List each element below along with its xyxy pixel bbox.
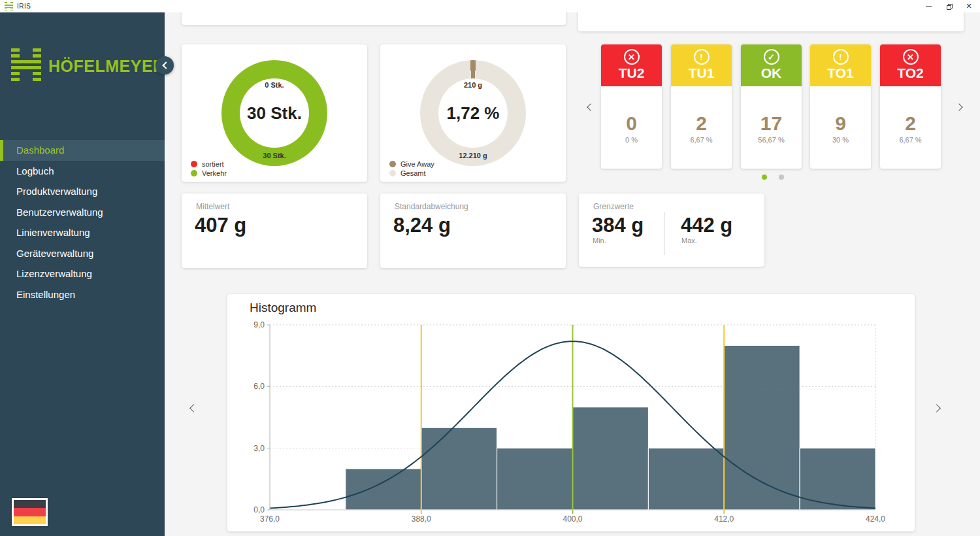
donut-legend: Give AwayGesamt	[389, 159, 434, 178]
hoefelmeyer-logo-icon	[11, 48, 41, 83]
limit-min-value: 384 g	[592, 214, 644, 237]
mean-label: Mittelwert	[196, 202, 229, 211]
sidebar-item-einstellungen[interactable]: Einstellungen	[0, 284, 165, 305]
stddev-card: Standardabweichung 8,24 g	[380, 193, 566, 268]
histogram-card: Histogramm 0,03,06,09,0376,0388,0400,041…	[227, 294, 915, 531]
histogram-title: Histogramm	[250, 301, 316, 315]
status-card-percent: 6,67 %	[671, 136, 732, 144]
status-card-to2: ✕TO226,67 %	[880, 44, 941, 169]
status-carousel-next-button[interactable]	[954, 101, 967, 114]
language-flag-german[interactable]	[12, 498, 48, 526]
carousel-dot-0[interactable]	[762, 175, 767, 180]
legend-label: Give Away	[400, 160, 434, 168]
status-card-value: 2	[880, 112, 941, 135]
limits-label: Grenzwerte	[593, 202, 634, 211]
sidebar-item-linienverwaltung[interactable]: Linienverwaltung	[0, 222, 165, 243]
legend-dot-icon	[389, 161, 396, 167]
histogram-next-button[interactable]	[930, 401, 945, 415]
legend-dot-icon	[389, 170, 396, 176]
stddev-label: Standardabweichung	[395, 202, 468, 211]
donut-center-value: 1,72 %	[447, 103, 500, 124]
exclaim-circle-icon: !	[833, 49, 849, 65]
legend-item: Give Away	[389, 159, 434, 169]
mean-card: Mittelwert 407 g	[182, 193, 367, 268]
cross-circle-icon: ✕	[624, 49, 640, 65]
close-icon: ✕	[966, 2, 972, 10]
status-card-label: TO2	[897, 65, 923, 81]
chevron-right-icon	[932, 404, 941, 412]
sidebar: HÖFELMEYER DashboardLogbuchProduktverwal…	[0, 12, 165, 536]
sidebar-item-dashboard[interactable]: Dashboard	[0, 140, 165, 161]
donut-top-label: 210 g	[420, 81, 526, 89]
donut-chart-giveaway: 1,72 % 210 g 12.210 g	[420, 60, 526, 166]
donut-chart-count: 30 Stk. 0 Stk. 30 Stk.	[221, 60, 327, 166]
status-card-value: 17	[741, 112, 802, 135]
limit-min-label: Min.	[593, 237, 606, 244]
exclaim-circle-icon: !	[694, 49, 710, 65]
status-card-tu2: ✕TU200 %	[601, 44, 662, 169]
sidebar-item-benutzerverwaltung[interactable]: Benutzerverwaltung	[0, 202, 165, 223]
legend-item: Verkehr	[191, 169, 227, 178]
brand: HÖFELMEYER	[11, 47, 161, 84]
svg-text:3,0: 3,0	[253, 444, 265, 453]
window-title: IRIS	[17, 3, 31, 10]
status-card-value: 9	[810, 112, 871, 135]
histogram-prev-button[interactable]	[185, 401, 199, 415]
svg-text:400,0: 400,0	[563, 514, 582, 524]
status-card-header: !TO1	[810, 44, 871, 86]
stddev-value: 8,24 g	[393, 214, 451, 237]
sidebar-item-geräteverwaltung[interactable]: Geräteverwaltung	[0, 243, 165, 264]
sidebar-item-lizenzverwaltung[interactable]: Lizenzverwaltung	[0, 263, 165, 284]
svg-text:6,0: 6,0	[253, 382, 265, 391]
legend-label: sortiert	[202, 160, 224, 168]
brand-name: HÖFELMEYER	[48, 57, 165, 76]
svg-text:412,0: 412,0	[714, 514, 734, 524]
svg-text:0,0: 0,0	[253, 505, 265, 514]
limit-max-value: 442 g	[681, 214, 732, 237]
donut-top-label: 0 Stk.	[221, 81, 327, 89]
donut-bottom-label: 30 Stk.	[221, 152, 327, 159]
status-card-ok: ✓OK1756,67 %	[741, 44, 802, 169]
carousel-dot-1[interactable]	[779, 175, 784, 180]
status-card-percent: 0 %	[601, 136, 662, 144]
status-card-header: ✓OK	[741, 44, 802, 86]
donut-card-count: 30 Stk. 0 Stk. 30 Stk. sortiertVerkehr	[182, 44, 367, 182]
legend-label: Verkehr	[202, 169, 227, 177]
check-circle-icon: ✓	[764, 49, 779, 65]
sidebar-collapse-button[interactable]	[155, 56, 174, 75]
status-card-label: TU1	[689, 65, 715, 81]
donut-card-giveaway: 1,72 % 210 g 12.210 g Give AwayGesamt	[380, 44, 566, 182]
sidebar-item-produktverwaltung[interactable]: Produktverwaltung	[0, 181, 165, 202]
status-card-label: OK	[761, 65, 782, 81]
limit-max-label: Max.	[681, 237, 697, 244]
donut-bottom-label: 12.210 g	[420, 152, 526, 159]
status-card-tu1: !TU126,67 %	[671, 44, 732, 169]
chevron-right-icon	[955, 103, 962, 110]
status-card-value: 2	[671, 112, 732, 135]
cross-circle-icon: ✕	[903, 49, 919, 65]
limits-card: Grenzwerte 384 g Min. 442 g Max.	[579, 193, 764, 267]
legend-item: sortiert	[191, 159, 227, 169]
minimize-button[interactable]	[919, 0, 938, 12]
status-carousel-prev-button[interactable]	[583, 101, 596, 114]
legend-dot-icon	[191, 161, 197, 167]
status-card-label: TU2	[619, 65, 645, 81]
restore-button[interactable]	[939, 0, 959, 12]
mean-value: 407 g	[195, 214, 246, 237]
title-bar: IRIS ✕	[0, 0, 980, 12]
sidebar-item-logbuch[interactable]: Logbuch	[0, 161, 165, 182]
status-card-header: ✕TU2	[601, 44, 662, 86]
donut-center-value: 30 Stk.	[247, 103, 302, 124]
svg-text:376,0: 376,0	[260, 514, 280, 524]
app-logo-icon	[5, 2, 13, 10]
legend-item: Gesamt	[389, 169, 434, 178]
chevron-left-icon	[587, 103, 594, 110]
status-carousel-dots	[762, 175, 784, 180]
svg-text:9,0: 9,0	[253, 320, 265, 329]
histogram-chart: 0,03,06,09,0376,0388,0400,0412,0424,0	[247, 318, 900, 528]
svg-text:424,0: 424,0	[866, 514, 885, 524]
status-card-header: ✕TO2	[880, 44, 941, 86]
close-button[interactable]: ✕	[959, 0, 979, 12]
donut-legend: sortiertVerkehr	[191, 159, 227, 178]
sidebar-nav: DashboardLogbuchProduktverwaltungBenutze…	[0, 140, 165, 305]
